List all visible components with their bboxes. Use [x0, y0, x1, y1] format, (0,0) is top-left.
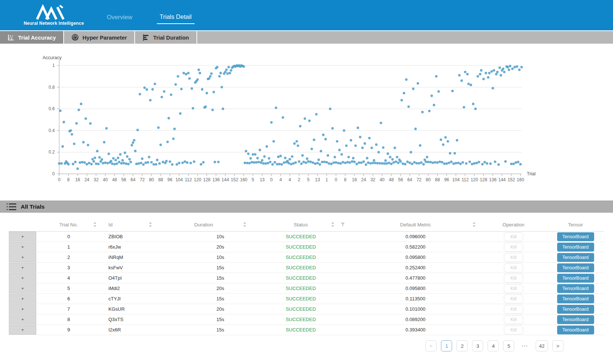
status-cell: SUCCEEDED [251, 242, 351, 252]
kill-button: Kill [504, 243, 523, 252]
view-toolbar: Trial Accuracy Hyper Parameter Trial Dur… [0, 31, 613, 44]
svg-text:112: 112 [462, 177, 469, 182]
svg-text:144: 144 [222, 177, 229, 182]
trial-id-cell: KGsUR [101, 304, 156, 314]
expand-row-button[interactable]: + [9, 304, 36, 314]
svg-text:128: 128 [203, 177, 210, 182]
tensorboard-button[interactable]: TensorBoard [557, 274, 594, 283]
sort-icon[interactable] [149, 222, 152, 227]
svg-text:152: 152 [231, 177, 238, 182]
tensorboard-button[interactable]: TensorBoard [557, 284, 594, 293]
table-header-row: Trial No. Id Duration Status [9, 218, 604, 232]
tensorboard-button[interactable]: TensorBoard [557, 232, 594, 241]
svg-text:1: 1 [326, 177, 328, 182]
kill-button: Kill [504, 253, 523, 262]
pagination-page-1[interactable]: 1 [441, 340, 452, 351]
duration-cell: 20s [156, 242, 251, 252]
expand-row-button[interactable]: + [9, 232, 36, 242]
pagination-ellipsis[interactable]: ••• [519, 340, 531, 351]
nav-tab-trials-detail[interactable]: Trials Detail [157, 12, 195, 24]
svg-text:48: 48 [112, 177, 117, 182]
svg-text:16: 16 [352, 177, 357, 182]
tab-hyper-parameter[interactable]: Hyper Parameter [64, 31, 135, 44]
svg-text:16: 16 [75, 177, 80, 182]
trial-row: + 1 r6xJw 20s SUCCEEDED 0.582200 Kill Te… [9, 242, 604, 252]
column-header-tensor: Tensor [547, 218, 604, 232]
sort-icon[interactable] [472, 222, 476, 227]
pagination-page-2[interactable]: 2 [457, 340, 468, 351]
column-header-id[interactable]: Id [101, 218, 156, 232]
filter-icon[interactable] [341, 223, 345, 227]
expand-row-button[interactable]: + [9, 242, 36, 252]
svg-text:0: 0 [270, 177, 273, 182]
column-header-duration[interactable]: Duration [156, 218, 251, 232]
default-metric-cell: 0.393400 [351, 325, 480, 335]
svg-text:13: 13 [315, 177, 320, 182]
svg-text:88: 88 [435, 177, 440, 182]
tensorboard-button[interactable]: TensorBoard [557, 253, 594, 262]
trial-no-cell: 4 [36, 273, 101, 283]
trial-id-cell: iNRqM [101, 252, 156, 263]
svg-text:144: 144 [498, 177, 506, 182]
trial-row: + 8 Q3xTS 15s SUCCEEDED 0.089200 Kill Te… [9, 314, 604, 325]
kill-button: Kill [504, 263, 523, 272]
sort-icon[interactable] [93, 222, 97, 227]
column-header-default-metric[interactable]: Default Metric [351, 218, 480, 232]
svg-text:120: 120 [471, 177, 478, 182]
pagination-page-5[interactable]: 5 [503, 340, 514, 351]
expand-row-button[interactable]: + [9, 283, 36, 293]
tab-label: Trial Duration [153, 34, 189, 41]
column-header-status[interactable]: Status [251, 218, 351, 232]
default-metric-cell: 0.113500 [351, 294, 480, 304]
expand-row-button[interactable]: + [9, 252, 36, 262]
trial-row: + 7 KGsUR 20s SUCCEEDED 0.101000 Kill Te… [9, 304, 604, 314]
trials-table-body: + 0 ZBIOB 10s SUCCEEDED 0.096000 Kill Te… [9, 232, 604, 335]
kill-button: Kill [504, 232, 523, 241]
pagination-page-3[interactable]: 3 [472, 340, 483, 351]
expand-row-button[interactable]: + [9, 294, 36, 304]
default-metric-cell: 0.477800 [351, 273, 480, 283]
kill-button: Kill [504, 294, 523, 303]
svg-text:56: 56 [398, 177, 403, 182]
expand-row-button[interactable]: + [9, 314, 36, 324]
pagination-page-42[interactable]: 42 [536, 340, 548, 351]
svg-text:104: 104 [452, 177, 459, 182]
expand-row-button[interactable]: + [9, 273, 36, 283]
default-metric-cell: 0.252400 [351, 263, 480, 273]
trial-no-cell: 6 [36, 294, 101, 304]
sort-icon[interactable] [243, 222, 246, 227]
pagination-next[interactable]: > [552, 340, 563, 351]
trial-row: + 4 O4TpI 15s SUCCEEDED 0.477800 Kill Te… [9, 273, 604, 283]
trial-no-cell: 7 [36, 304, 101, 314]
pagination-prev: < [425, 340, 437, 351]
column-header-trial-no[interactable]: Trial No. [36, 218, 101, 232]
tensorboard-button[interactable]: TensorBoard [557, 263, 594, 272]
default-metric-cell: 0.095800 [351, 252, 480, 263]
default-metric-cell: 0.095800 [351, 283, 480, 294]
tensorboard-button[interactable]: TensorBoard [557, 294, 594, 303]
default-metric-cell: 0.582200 [351, 242, 480, 252]
svg-text:48: 48 [389, 177, 394, 182]
status-cell: SUCCEEDED [251, 252, 351, 263]
expand-row-button[interactable]: + [9, 325, 36, 335]
sort-icon[interactable] [331, 222, 334, 227]
trial-no-cell: 8 [36, 314, 101, 325]
duration-cell: 15s [156, 263, 251, 273]
svg-text:40: 40 [380, 177, 385, 182]
brand-subtitle: Neural Network Intelligence [24, 21, 84, 26]
svg-text:Trial: Trial [527, 171, 536, 176]
expand-row-button[interactable]: + [9, 263, 36, 273]
pagination-page-4[interactable]: 4 [488, 340, 499, 351]
accuracy-scatter-chart: 00.20.40.60.8108162432404856647280889610… [33, 55, 562, 185]
tab-trial-accuracy[interactable]: Trial Accuracy [0, 31, 64, 44]
tab-trial-duration[interactable]: Trial Duration [135, 31, 197, 44]
nav-tab-overview[interactable]: Overview [104, 12, 135, 24]
duration-cell: 15s [156, 314, 251, 325]
tensorboard-button[interactable]: TensorBoard [557, 326, 594, 334]
tensorboard-button[interactable]: TensorBoard [557, 315, 594, 324]
tensorboard-button[interactable]: TensorBoard [557, 305, 594, 314]
svg-text:13: 13 [260, 177, 265, 182]
trial-no-cell: 5 [36, 283, 101, 294]
kill-button: Kill [504, 284, 523, 293]
tensorboard-button[interactable]: TensorBoard [557, 243, 594, 252]
